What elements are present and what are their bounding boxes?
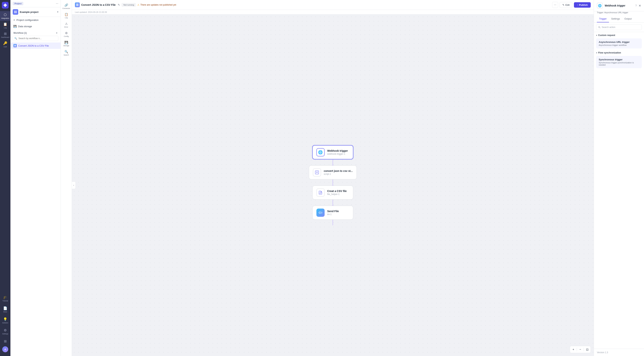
- webhook-trigger-card[interactable]: 🌐 Webhook trigger webhook-trigger-1: [312, 145, 353, 159]
- zoom-out-btn[interactable]: −: [578, 347, 583, 352]
- sidebar-item-log-label: Log: [4, 27, 6, 29]
- update-notice: ⚠ There are updates not published yet: [137, 4, 176, 6]
- send-file-icon: [316, 208, 324, 217]
- search-panel-icon: 🔍: [64, 50, 68, 54]
- tab-settings[interactable]: Settings: [609, 16, 622, 22]
- workflow-item-convert-json[interactable]: Convert JSON to a CSV File: [10, 42, 60, 49]
- convert-name: convert json to csv st...: [324, 170, 353, 172]
- connector-item-log[interactable]: 📋 Log: [61, 11, 72, 20]
- svg-rect-11: [315, 171, 319, 174]
- flow-node-webhook: 🌐 Webhook trigger webhook-trigger-1: [312, 145, 353, 159]
- edit-btn[interactable]: ✎ Edit: [560, 2, 572, 8]
- send-file-card[interactable]: Send File im-1: [312, 206, 353, 220]
- right-panel-footer: Version 1.3: [594, 349, 644, 356]
- connector-label: Connector: [62, 8, 70, 9]
- flow-icon: [75, 2, 80, 7]
- async-url-desc: Asynchronous trigger workflow: [599, 44, 639, 46]
- data-storage-label: Data storage: [18, 25, 32, 28]
- connector-item-error[interactable]: ⚠ Error: [61, 20, 72, 30]
- avatar[interactable]: A: [2, 346, 8, 352]
- workflow-search: 🔍: [13, 36, 58, 41]
- more-options-btn[interactable]: ···: [56, 2, 58, 5]
- right-panel-title: Webhook trigger: [605, 4, 634, 7]
- connector-item-search[interactable]: 🔍 Search: [61, 48, 72, 58]
- creat-csv-info: Creat a CSV file file_helper-1: [327, 190, 346, 196]
- solution-icon: 💡: [3, 317, 7, 321]
- edit-title-icon[interactable]: ✎: [118, 3, 120, 6]
- connector-item-storage[interactable]: 💾 Storage: [61, 39, 72, 48]
- sidebar-item-tutorial[interactable]: 🎓 Tutorial: [2, 294, 9, 303]
- creat-csv-card[interactable]: Creat a CSV file file_helper-1: [312, 186, 353, 200]
- apps-icon: ⊞: [4, 339, 7, 343]
- publish-label: Publish: [579, 4, 588, 6]
- sidebar-item-dashboard-label: Dashboard: [1, 36, 9, 38]
- sidebar-item-settings[interactable]: ⚙ Settings: [2, 327, 9, 336]
- sidebar-item-apps[interactable]: ⊞: [2, 338, 9, 345]
- version-text: Version 1.3: [597, 351, 608, 354]
- sidebar-item-auth-label: Auth: [4, 46, 7, 48]
- more-menu-btn[interactable]: ···: [552, 2, 558, 8]
- convert-json-card[interactable]: convert json to csv st... script-1: [309, 165, 357, 180]
- svg-rect-8: [76, 4, 78, 4]
- connector-item-connector[interactable]: 🔗 Connector: [61, 2, 72, 11]
- project-selector[interactable]: Example project ▾: [10, 7, 60, 17]
- action-card-sync-trigger[interactable]: Synchronous trigger Synchronous trigger,…: [596, 56, 642, 68]
- project-config-item[interactable]: ≡ Project configuration: [10, 17, 60, 23]
- chevron-down-icon[interactable]: ▾: [57, 10, 58, 13]
- sidebar-item-docs[interactable]: 📄 Docs: [2, 305, 9, 314]
- section-custom-request[interactable]: ▾ Custom request: [594, 32, 644, 38]
- help-icon[interactable]: ?: [635, 4, 637, 7]
- svg-point-13: [598, 26, 600, 28]
- connector-search-label: Search: [64, 54, 69, 56]
- connector-icon: 🔗: [64, 3, 68, 7]
- sidebar-item-dashboard[interactable]: ⊞ Dashboard: [0, 30, 10, 40]
- publish-btn[interactable]: ↑ Publish: [574, 2, 591, 8]
- sidebar-item-integration[interactable]: ⬡ Integration: [0, 11, 10, 21]
- connector-item-config[interactable]: ⚙ Config: [61, 30, 72, 39]
- async-url-title: Asynchronous URL trigger: [599, 41, 639, 44]
- flow-arrow-4: [332, 220, 333, 225]
- creat-csv-icon: [316, 188, 324, 197]
- canvas-topbar: Convert JSON to a CSV File ✎ Not running…: [72, 0, 594, 10]
- svg-rect-6: [14, 46, 16, 46]
- connector-panel: 🔗 Connector 📋 Log ⚠ Error ⚙ Config 💾 Sto…: [61, 0, 72, 356]
- add-workflow-btn[interactable]: +: [56, 31, 58, 35]
- section-flow-sync[interactable]: ▾ Flow synchronization: [594, 50, 644, 55]
- right-tabs: Trigger Settings Output: [594, 16, 644, 22]
- collapse-panel-btn[interactable]: ‹: [72, 182, 76, 189]
- log-panel-icon: 📋: [64, 13, 68, 16]
- send-file-id: im-1: [327, 213, 339, 216]
- workflow-title: Workflow (1): [14, 32, 27, 34]
- dashboard-icon: ⊞: [4, 32, 7, 36]
- tab-trigger[interactable]: Trigger: [597, 16, 609, 22]
- convert-id: script-1: [324, 173, 353, 176]
- connector-storage-label: Storage: [63, 45, 69, 46]
- tutorial-icon: 🎓: [3, 295, 7, 299]
- sidebar-item-solution[interactable]: 💡 Solution: [2, 316, 9, 325]
- action-card-async-url[interactable]: Asynchronous URL trigger Asynchronous tr…: [596, 38, 642, 48]
- workflow-item-label: Convert JSON to a CSV File: [18, 44, 49, 47]
- zoom-controls: + − ⊡: [570, 346, 591, 353]
- flow-actions: ✎ Not running ⚠ There are updates not pu…: [118, 3, 176, 7]
- workflow-item-icon: [14, 44, 17, 47]
- close-panel-btn[interactable]: ✕: [638, 4, 641, 8]
- tab-output[interactable]: Output: [622, 16, 634, 22]
- flow-sync-chevron: ▾: [596, 52, 597, 54]
- zoom-divider: [577, 348, 577, 351]
- nav-logo: [2, 2, 8, 8]
- canvas-subtitle: Last updated: 2024-09-26 21:00:39: [72, 10, 594, 14]
- sidebar-item-auth[interactable]: 🔑 Auth: [0, 40, 10, 49]
- canvas-area: ‹ 🌐 Webhook trigger webhook-trigger-1: [72, 14, 594, 356]
- trigger-subtitle: Trigger: Asynchronous URL trigger: [594, 11, 644, 16]
- workflow-search-input[interactable]: [13, 36, 58, 41]
- zoom-fit-btn[interactable]: ⊡: [584, 347, 590, 352]
- sidebar-item-log[interactable]: 📋 Log: [0, 21, 10, 30]
- data-storage-item[interactable]: 💾 Data storage: [10, 23, 60, 30]
- send-file-info: Send File im-1: [327, 210, 339, 216]
- send-file-name: Send File: [327, 210, 339, 213]
- zoom-in-btn[interactable]: +: [571, 347, 576, 352]
- search-action-icon: [598, 26, 600, 28]
- left-panel-header: Project ···: [10, 0, 60, 7]
- search-action-field[interactable]: [602, 26, 640, 28]
- status-badge: Not running: [122, 3, 136, 7]
